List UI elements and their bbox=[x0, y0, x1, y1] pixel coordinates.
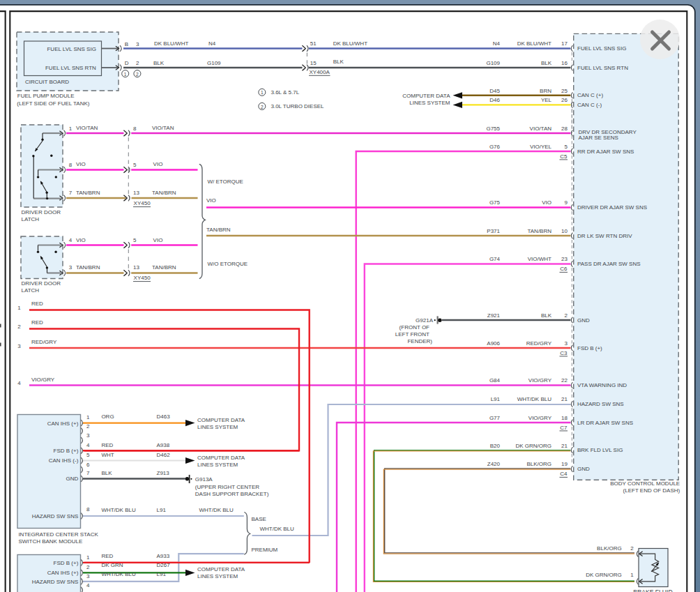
svg-text:DRIVER DOOR: DRIVER DOOR bbox=[22, 280, 61, 287]
svg-text:VIO: VIO bbox=[76, 161, 86, 167]
svg-text:3.0L TURBO DIESEL: 3.0L TURBO DIESEL bbox=[271, 103, 325, 109]
svg-text:1: 1 bbox=[17, 305, 21, 311]
svg-text:BASE: BASE bbox=[252, 516, 266, 522]
svg-text:RED: RED bbox=[31, 301, 43, 307]
svg-text:D267: D267 bbox=[157, 562, 171, 568]
svg-text:2: 2 bbox=[136, 72, 139, 77]
svg-text:DK GRN/ORG: DK GRN/ORG bbox=[586, 572, 622, 578]
svg-text:BRAKE FLUID: BRAKE FLUID bbox=[633, 589, 672, 592]
svg-text:WHT/DK BLU: WHT/DK BLU bbox=[101, 507, 136, 513]
svg-text:FSD B (+): FSD B (+) bbox=[54, 560, 79, 566]
svg-text:VIO/TAN: VIO/TAN bbox=[152, 125, 174, 131]
svg-text:4: 4 bbox=[86, 442, 90, 448]
svg-text:CAN IHS (+): CAN IHS (+) bbox=[47, 570, 79, 576]
svg-text:RED/GRY: RED/GRY bbox=[31, 339, 57, 345]
svg-text:AJAR SE SENS: AJAR SE SENS bbox=[579, 135, 618, 141]
svg-text:BRN: BRN bbox=[540, 88, 551, 94]
svg-text:LATCH: LATCH bbox=[22, 287, 40, 294]
svg-text:G76: G76 bbox=[489, 144, 501, 150]
svg-text:23: 23 bbox=[561, 256, 568, 262]
svg-text:22: 22 bbox=[561, 377, 568, 384]
svg-text:DK GRN: DK GRN bbox=[101, 562, 123, 568]
svg-text:VIO/GRY: VIO/GRY bbox=[528, 415, 552, 421]
svg-text:VIO/GRY: VIO/GRY bbox=[31, 377, 55, 383]
svg-text:COMPUTER DATA: COMPUTER DATA bbox=[197, 455, 245, 461]
svg-text:L91: L91 bbox=[491, 396, 501, 402]
svg-text:W/ ETORQUE: W/ ETORQUE bbox=[208, 179, 243, 185]
svg-text:1: 1 bbox=[124, 72, 127, 77]
svg-text:3: 3 bbox=[69, 264, 73, 271]
svg-text:21: 21 bbox=[561, 443, 568, 449]
svg-text:TAN/BRN: TAN/BRN bbox=[76, 190, 100, 196]
svg-text:G755: G755 bbox=[486, 126, 500, 132]
svg-text:(LEFT END OF DASH): (LEFT END OF DASH) bbox=[623, 487, 680, 494]
svg-text:WHT/DK BLU: WHT/DK BLU bbox=[199, 507, 234, 513]
svg-text:PASS DR AJAR SW SNS: PASS DR AJAR SW SNS bbox=[577, 261, 641, 267]
svg-text:L91: L91 bbox=[157, 507, 167, 513]
svg-text:LINES SYSTEM: LINES SYSTEM bbox=[197, 462, 238, 468]
svg-text:CAN C (-): CAN C (-) bbox=[577, 102, 602, 108]
svg-text:FUEL LVL SNS SIG: FUEL LVL SNS SIG bbox=[577, 45, 626, 52]
svg-text:DRIVER DR AJAR SW SNS: DRIVER DR AJAR SW SNS bbox=[577, 204, 647, 211]
svg-text:8: 8 bbox=[86, 506, 90, 513]
svg-text:3: 3 bbox=[565, 340, 568, 347]
svg-text:4: 4 bbox=[17, 380, 21, 386]
svg-text:5: 5 bbox=[133, 162, 137, 168]
svg-text:DR LK SW RTN DRIV: DR LK SW RTN DRIV bbox=[577, 233, 632, 239]
svg-text:A938: A938 bbox=[157, 442, 170, 448]
svg-text:VIO: VIO bbox=[153, 161, 163, 167]
svg-text:TAN/BRN: TAN/BRN bbox=[152, 190, 176, 196]
svg-text:A933: A933 bbox=[157, 553, 170, 559]
svg-text:INTEGRATED CENTER STACK: INTEGRATED CENTER STACK bbox=[18, 531, 98, 538]
svg-text:VIO/TAN: VIO/TAN bbox=[76, 125, 98, 131]
svg-text:G75: G75 bbox=[489, 199, 501, 206]
svg-text:GND: GND bbox=[577, 317, 590, 324]
svg-text:D46: D46 bbox=[489, 97, 500, 103]
svg-text:VIO: VIO bbox=[206, 197, 216, 204]
svg-text:WHT/DK BLU: WHT/DK BLU bbox=[260, 526, 295, 532]
svg-text:G109: G109 bbox=[207, 60, 221, 66]
svg-text:G921A: G921A bbox=[416, 317, 434, 324]
svg-text:CAN C (+): CAN C (+) bbox=[577, 92, 603, 98]
svg-text:6: 6 bbox=[86, 462, 90, 468]
svg-text:G74: G74 bbox=[489, 256, 501, 262]
svg-text:10: 10 bbox=[561, 228, 568, 234]
svg-text:1: 1 bbox=[86, 554, 90, 561]
svg-text:BLK/ORG: BLK/ORG bbox=[526, 461, 551, 467]
svg-text:VIO/YEL: VIO/YEL bbox=[530, 144, 552, 150]
svg-text:L91: L91 bbox=[157, 571, 167, 577]
svg-text:2: 2 bbox=[86, 564, 90, 570]
svg-text:VIO/WHT: VIO/WHT bbox=[528, 256, 551, 262]
svg-text:COMPUTER DATA: COMPUTER DATA bbox=[197, 417, 245, 423]
svg-text:G109: G109 bbox=[486, 60, 500, 66]
svg-text:3: 3 bbox=[86, 432, 90, 439]
svg-text:D: D bbox=[125, 60, 129, 66]
svg-text:8: 8 bbox=[133, 126, 137, 132]
svg-text:DK BLU/WHT: DK BLU/WHT bbox=[154, 40, 188, 47]
svg-text:8: 8 bbox=[69, 162, 73, 168]
svg-text:W/O ETORQUE: W/O ETORQUE bbox=[208, 261, 248, 267]
svg-text:(UPPER RIGHT CENTER: (UPPER RIGHT CENTER bbox=[195, 484, 260, 490]
svg-text:RR DR AJAR SW SNS: RR DR AJAR SW SNS bbox=[577, 149, 634, 155]
svg-text:C5: C5 bbox=[560, 153, 568, 160]
svg-text:18: 18 bbox=[561, 415, 568, 421]
svg-text:FENDER): FENDER) bbox=[407, 338, 432, 344]
svg-text:TAN/BRN: TAN/BRN bbox=[206, 227, 231, 233]
svg-text:1: 1 bbox=[630, 572, 634, 578]
svg-text:G77: G77 bbox=[489, 415, 501, 421]
svg-text:SWITCH BANK MODULE: SWITCH BANK MODULE bbox=[18, 538, 82, 545]
svg-text:Z913: Z913 bbox=[157, 470, 170, 476]
svg-text:HAZARD SW SNS: HAZARD SW SNS bbox=[577, 401, 624, 407]
svg-text:BODY CONTROL MODULE: BODY CONTROL MODULE bbox=[610, 480, 680, 487]
svg-text:(FRONT OF: (FRONT OF bbox=[400, 324, 430, 331]
svg-text:HAZARD SW SNS: HAZARD SW SNS bbox=[32, 513, 79, 519]
svg-text:DK GRN/ORG: DK GRN/ORG bbox=[515, 443, 551, 449]
svg-text:XY450: XY450 bbox=[134, 275, 151, 281]
svg-text:4: 4 bbox=[69, 237, 73, 243]
svg-text:XY400A: XY400A bbox=[310, 69, 330, 75]
svg-text:LEFT FRONT: LEFT FRONT bbox=[395, 331, 429, 337]
svg-text:COMPUTER DATA: COMPUTER DATA bbox=[197, 566, 245, 572]
svg-text:Z420: Z420 bbox=[487, 461, 501, 467]
svg-text:16: 16 bbox=[561, 60, 568, 66]
svg-text:DK BLU/WHT: DK BLU/WHT bbox=[517, 40, 551, 47]
